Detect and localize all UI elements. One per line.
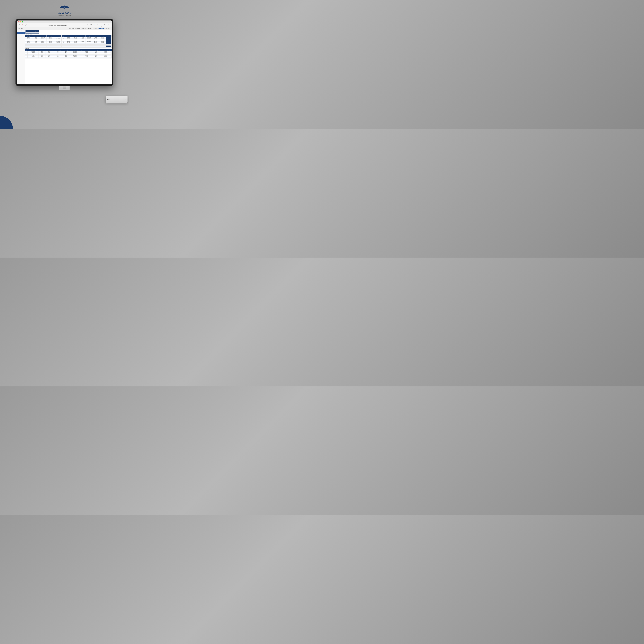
table-row: 2019/12/07 60222 173d $5,170.00 $0.00 $0… xyxy=(25,57,112,58)
table-row: 2019/10/29 58374 $ 4,800.00 2019/11/29 1… xyxy=(25,52,112,53)
format-icon: ✏️ xyxy=(22,24,23,25)
svg-marker-5 xyxy=(62,8,63,9)
logo-bird-icon xyxy=(59,4,70,11)
mac-mini-body xyxy=(106,96,128,103)
col-value: القيمة xyxy=(39,35,46,37)
table-row: 2019/11/30 $680.00 2019/12/14 $1,200.00 … xyxy=(25,37,112,38)
format-button[interactable]: ✏️ Format xyxy=(22,24,24,26)
mac-mini-ports xyxy=(107,99,109,100)
port-1 xyxy=(107,99,108,100)
stand-neck xyxy=(63,86,66,89)
col-frequency: تواتر xyxy=(61,35,65,37)
col-notes: ملاحظات xyxy=(106,35,111,37)
table-row: 2020/01/27 $1,750.00 2020/01/05 $4,250.0… xyxy=(25,41,112,42)
col-pay-date3: تاريخ السداد xyxy=(99,35,106,37)
second-table-header-61-90: بيو 61-90 xyxy=(33,50,36,50)
logo-text-english: Taahod Library xyxy=(58,15,71,16)
stand-base xyxy=(59,89,70,90)
tab-morwed3[interactable]: المورد 3 xyxy=(93,28,98,29)
total-label: المبلغ الإجمالي المستحق xyxy=(30,33,38,33)
col-invoice-date: تاريخ الفاتورة xyxy=(25,35,32,37)
col-pay3: دفع 3 xyxy=(92,35,99,37)
settings-panel-tab[interactable]: التعليمات xyxy=(17,32,25,34)
second-table-header-date: تاريخ الفاتورة xyxy=(107,50,111,50)
col-invoice-num: رقم الفاتورية xyxy=(32,35,39,37)
second-table-header-num: رقم الفاتورية xyxy=(96,50,101,50)
port-2 xyxy=(108,99,109,100)
table-row: 2019/12/05 60012 $ 7,943.00 2020/01/07 1… xyxy=(25,56,112,57)
table-row: 173d $ 18,520.00 xyxy=(25,43,112,45)
company-phone: هاتف xyxy=(26,31,39,32)
comment-button[interactable]: 💬 Comment xyxy=(107,24,110,27)
col-due-date: تاريخ الاستحقاق xyxy=(46,35,55,37)
tab-morwed4[interactable]: المورد 4 xyxy=(87,28,92,29)
chart-icon: 📊 xyxy=(93,24,95,26)
second-data-table: 2019/10/20 57649 $ 6,800.00 2019/12/01 1… xyxy=(25,51,112,58)
monitor-stand xyxy=(59,86,70,90)
table-row: 2020/01/38 $5,300.00 2019/12/18 $5,170.0… xyxy=(25,42,112,43)
tab-morwed2[interactable]: المورد 2 xyxy=(99,28,104,29)
shape-icon: ◇ xyxy=(100,24,102,26)
second-table-header-value: القيمة xyxy=(88,50,90,50)
col-pay1: دفع 1 xyxy=(65,35,72,37)
document-title: دفتر الحسابات المستحقة الدائنة-الاستثنا-… xyxy=(48,25,67,26)
info-panel-tab[interactable]: لوحة المعلومات xyxy=(17,30,25,32)
table-row: 2020/01/08 $350.00 2020/01/09 $1,400.00 … xyxy=(25,39,112,41)
toolbar-right: ⬆ Share ✏️ Format ⚙ Organize xyxy=(19,24,28,26)
col-invoice-days: أيام الفاتورة xyxy=(55,35,62,37)
text-button[interactable]: T Text xyxy=(97,24,99,27)
minimize-button[interactable] xyxy=(20,21,22,23)
table-row: 2019/12/28 $2,765.00 2019/12/19 $3,900.0… xyxy=(25,38,112,39)
share-icon: ⬆ xyxy=(19,24,20,25)
traffic-lights xyxy=(17,20,112,23)
toolbar-actions: + Insert ▦ Table 📊 Chart xyxy=(87,24,110,27)
organize-button[interactable]: ⚙ Organize xyxy=(25,24,28,26)
total-value: $ 22,693.00 xyxy=(27,33,30,33)
spreadsheet: اسم الشركة هاتف المبلغ الإجمالي المستحق … xyxy=(25,30,112,84)
insert-button[interactable]: + Insert xyxy=(87,24,89,27)
second-table-header-raqm: الرقم xyxy=(26,50,27,50)
main-data-table: ملاحظات تاريخ السداد دفع 3 تاريخ السداد … xyxy=(25,35,112,48)
table-button[interactable]: ▦ Table xyxy=(90,24,92,27)
tab-morwed1[interactable]: المورد 1 xyxy=(104,28,110,29)
monitor-frame: ⬆ Share ✏️ Format ⚙ Organize xyxy=(15,19,113,86)
sheet-tabs: المورد 1 المورد 2 المورد 3 المورد 4 المو… xyxy=(81,28,110,29)
grand-total: $65,223.00 xyxy=(26,48,29,49)
pivot-table-label: Pivot Table xyxy=(69,28,74,29)
comment-icon: 💬 xyxy=(108,24,110,26)
table-row: 2019/11/07 58273 $ 18,989.00 177d $0.00 … xyxy=(25,53,112,55)
media-icon: 🖼 xyxy=(104,24,106,26)
side-panel: لوحة المعلومات التعليمات xyxy=(17,30,25,84)
second-table-header-due: تاريخ الاستحقاق xyxy=(77,50,82,50)
tab-morwed5[interactable]: المورد 5 xyxy=(81,28,87,29)
svg-point-6 xyxy=(64,7,65,8)
chart-button[interactable]: 📊 Chart xyxy=(93,24,95,27)
logo-text-arabic: مكتبة تعاهد xyxy=(58,11,71,15)
organize-icon: ⚙ xyxy=(26,24,27,25)
col-pay-date2: تاريخ السداد xyxy=(86,35,92,37)
insert-icon: + xyxy=(87,24,89,26)
table-row: 2019/10/20 57649 $ 6,800.00 2019/12/01 1… xyxy=(25,51,112,52)
mac-mini-foot xyxy=(106,103,128,104)
second-table-header-31-60: بيو 31-60 xyxy=(42,50,45,50)
zoom-control[interactable]: View 100% xyxy=(18,28,23,29)
shape-button[interactable]: ◇ Shape xyxy=(100,24,102,27)
second-table-header-freq: تواتر xyxy=(60,50,61,50)
second-table-header-1-30: بيو 1-30 xyxy=(51,50,54,50)
logo-area: مكتبة تعاهد Taahod Library xyxy=(58,4,71,16)
add-category-button[interactable]: Add Category xyxy=(75,28,80,29)
totals-row: المجموع $13,265.00 $16,085.00 $13,180.00 xyxy=(25,46,112,48)
mac-mini xyxy=(106,96,129,111)
main-toolbar: ⬆ Share ✏️ Format ⚙ Organize xyxy=(17,23,112,27)
maximize-button[interactable] xyxy=(22,21,23,23)
col-pay-date1: تاريخ السداد xyxy=(72,35,79,37)
close-button[interactable] xyxy=(18,21,20,23)
second-table-header-days: أيام الفاتورة xyxy=(67,50,71,50)
share-button[interactable]: ⬆ Share xyxy=(19,24,21,26)
text-icon: T xyxy=(97,24,99,26)
col-pay2: دفع 2 xyxy=(79,35,86,37)
monitor-wrapper: ⬆ Share ✏️ Format ⚙ Organize xyxy=(15,19,113,90)
media-button[interactable]: 🖼 Media xyxy=(104,24,106,27)
sub-toolbar: المورد 1 المورد 2 المورد 3 المورد 4 المو… xyxy=(17,27,112,30)
monitor-screen: ⬆ Share ✏️ Format ⚙ Organize xyxy=(17,20,112,84)
